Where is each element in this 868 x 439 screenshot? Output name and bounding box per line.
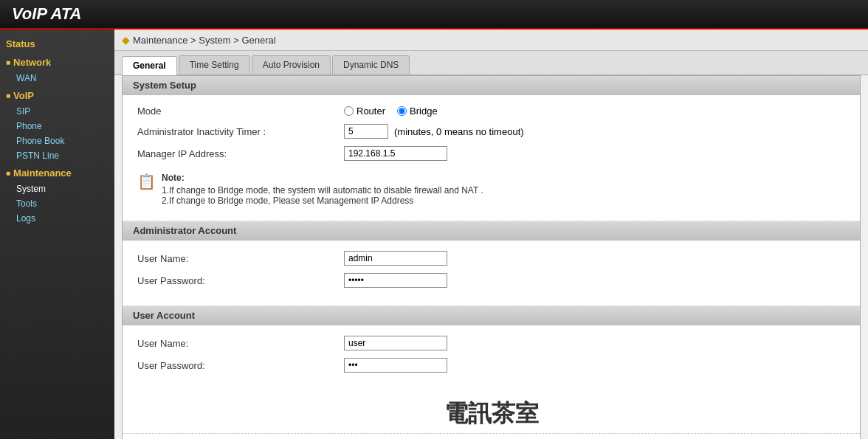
user-password-row: User Password: bbox=[137, 358, 845, 373]
admin-password-input[interactable] bbox=[344, 273, 447, 288]
inactivity-label: Administrator Inactivity Timer : bbox=[137, 126, 344, 137]
note-title: Note: bbox=[162, 173, 483, 183]
sidebar-item-tools[interactable]: Tools bbox=[0, 196, 114, 211]
admin-username-label: User Name: bbox=[137, 253, 344, 264]
sidebar-item-phonebook[interactable]: Phone Book bbox=[0, 134, 114, 148]
system-setup-header: System Setup bbox=[123, 76, 860, 95]
user-username-control bbox=[344, 336, 447, 350]
system-setup-body: Mode Router Bridge bbox=[123, 95, 860, 221]
sidebar-section-network: ■ Network WAN bbox=[0, 54, 114, 86]
admin-password-label: User Password: bbox=[137, 275, 344, 286]
tab-auto-provision[interactable]: Auto Provision bbox=[252, 55, 331, 75]
breadcrumb: ◆ Maintenance > System > General bbox=[114, 30, 868, 51]
note-line2: 2.If change to Bridge mode, Please set M… bbox=[162, 196, 483, 206]
manager-ip-input[interactable] bbox=[344, 146, 447, 161]
main-content: ◆ Maintenance > System > General General… bbox=[114, 30, 868, 439]
note-line1: 1.If change to Bridge mode, the system w… bbox=[162, 185, 483, 196]
inactivity-control: (minutes, 0 means no timeout) bbox=[344, 124, 524, 139]
manager-ip-row: Manager IP Address: bbox=[137, 146, 845, 161]
header: VoIP ATA bbox=[0, 0, 868, 30]
router-radio-label[interactable]: Router bbox=[344, 106, 385, 117]
sidebar-category-network[interactable]: ■ Network bbox=[0, 54, 114, 71]
arrow-icon: ■ bbox=[6, 58, 10, 66]
tab-time-setting[interactable]: Time Setting bbox=[179, 55, 250, 75]
admin-account-header: Administrator Account bbox=[123, 221, 860, 241]
router-radio[interactable] bbox=[344, 106, 354, 116]
admin-password-control bbox=[344, 273, 447, 288]
arrow-icon-voip: ■ bbox=[6, 91, 10, 100]
bridge-radio[interactable] bbox=[397, 106, 407, 116]
manager-ip-label: Manager IP Address: bbox=[137, 148, 344, 159]
sidebar-category-maintenance[interactable]: ■ Maintenance bbox=[0, 165, 114, 182]
user-username-input[interactable] bbox=[344, 336, 447, 350]
mode-label: Mode bbox=[137, 106, 344, 117]
user-password-control bbox=[344, 358, 447, 373]
inactivity-input[interactable] bbox=[344, 124, 388, 139]
sidebar: Status ■ Network WAN ■ VoIP SIP Phone bbox=[0, 30, 114, 439]
sidebar-category-status[interactable]: Status bbox=[0, 35, 114, 52]
mode-row: Mode Router Bridge bbox=[137, 106, 845, 117]
sidebar-item-wan[interactable]: WAN bbox=[0, 71, 114, 86]
sidebar-section-voip: ■ VoIP SIP Phone Phone Book PSTN Line bbox=[0, 87, 114, 163]
sidebar-item-pstn[interactable]: PSTN Line bbox=[0, 148, 114, 163]
user-username-row: User Name: bbox=[137, 336, 845, 350]
note-content: Note: 1.If change to Bridge mode, the sy… bbox=[162, 173, 483, 206]
sidebar-section-maintenance: ■ Maintenance System Tools Logs bbox=[0, 165, 114, 226]
user-password-label: User Password: bbox=[137, 360, 344, 371]
bridge-radio-label[interactable]: Bridge bbox=[397, 106, 438, 117]
admin-username-control bbox=[344, 251, 447, 266]
note-box: 📋 Note: 1.If change to Bridge mode, the … bbox=[137, 168, 845, 210]
sidebar-item-system[interactable]: System bbox=[0, 182, 114, 196]
sidebar-item-logs[interactable]: Logs bbox=[0, 211, 114, 226]
sidebar-item-phone[interactable]: Phone bbox=[0, 119, 114, 134]
user-account-header: User Account bbox=[123, 306, 860, 325]
sidebar-item-sip[interactable]: SIP bbox=[0, 104, 114, 119]
user-username-label: User Name: bbox=[137, 338, 344, 349]
tabs-bar: General Time Setting Auto Provision Dyna… bbox=[114, 51, 868, 75]
user-account-body: User Name: User Password: bbox=[123, 325, 860, 390]
admin-username-row: User Name: bbox=[137, 251, 845, 266]
app-title: VoIP ATA bbox=[12, 4, 82, 24]
tab-general[interactable]: General bbox=[122, 56, 177, 75]
inactivity-hint: (minutes, 0 means no timeout) bbox=[394, 126, 524, 137]
diamond-icon: ◆ bbox=[122, 34, 130, 46]
sidebar-section-status: Status bbox=[0, 35, 114, 52]
user-password-input[interactable] bbox=[344, 358, 447, 373]
manager-ip-control bbox=[344, 146, 447, 161]
arrow-icon-maintenance: ■ bbox=[6, 169, 10, 177]
footer-buttons: Apply Reset bbox=[123, 433, 860, 439]
sidebar-category-voip[interactable]: ■ VoIP bbox=[0, 87, 114, 104]
content-panel: System Setup Mode Router Bridge bbox=[122, 75, 861, 439]
note-icon: 📋 bbox=[137, 173, 156, 190]
breadcrumb-path: Maintenance > System > General bbox=[133, 35, 276, 46]
mode-radios: Router Bridge bbox=[344, 106, 438, 117]
admin-password-row: User Password: bbox=[137, 273, 845, 288]
watermark: 電訊茶室 bbox=[123, 390, 860, 433]
inactivity-row: Administrator Inactivity Timer : (minute… bbox=[137, 124, 845, 139]
admin-account-body: User Name: User Password: bbox=[123, 241, 860, 305]
tab-dynamic-dns[interactable]: Dynamic DNS bbox=[332, 55, 410, 75]
admin-username-input[interactable] bbox=[344, 251, 447, 266]
